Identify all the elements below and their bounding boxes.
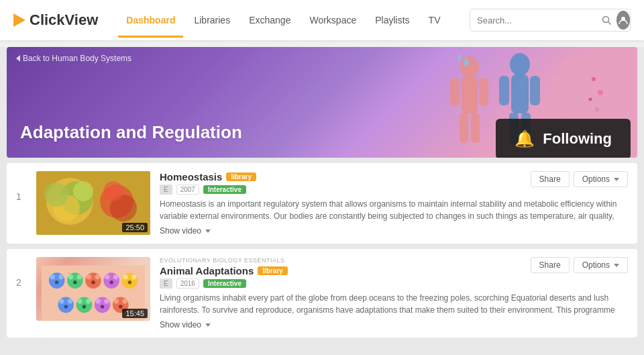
show-video-btn-2[interactable]: Show video xyxy=(160,320,628,329)
svg-point-11 xyxy=(510,53,530,76)
item-actions-2: Share Options xyxy=(531,257,628,273)
search-input[interactable] xyxy=(470,9,596,31)
chevron-down-icon-2 xyxy=(205,323,211,327)
back-text: Back to Human Body Systems xyxy=(23,54,131,63)
svg-point-10 xyxy=(458,54,462,61)
svg-point-63 xyxy=(77,299,82,303)
search-icon xyxy=(602,15,611,25)
nav-playlists[interactable]: Playlists xyxy=(367,9,417,31)
desc-text-2: Living organisms inhabit every part of t… xyxy=(160,293,615,316)
year-badge-2: 2016 xyxy=(176,278,199,289)
svg-line-1 xyxy=(608,22,611,25)
video-item-2: 2 xyxy=(7,249,637,338)
svg-point-49 xyxy=(91,281,95,284)
chevron-down-icon-1 xyxy=(205,230,211,233)
svg-rect-8 xyxy=(471,113,480,143)
nav-dashboard[interactable]: Dashboard xyxy=(118,9,183,31)
svg-point-27 xyxy=(586,85,588,87)
svg-point-3 xyxy=(460,56,479,78)
interactive-badge-2: Interactive xyxy=(203,279,246,288)
svg-point-72 xyxy=(122,299,127,303)
svg-point-71 xyxy=(114,299,119,303)
content-list: 1 25:50 xyxy=(0,158,644,355)
following-badge[interactable]: 🔔 Following xyxy=(496,119,631,158)
search-button[interactable] xyxy=(596,9,616,31)
svg-point-67 xyxy=(96,299,101,303)
nav-libraries[interactable]: Libraries xyxy=(186,9,238,31)
badge-library-1: library xyxy=(226,172,256,181)
svg-point-43 xyxy=(68,274,73,279)
chevron-left-icon xyxy=(16,55,20,62)
svg-point-41 xyxy=(55,281,58,284)
svg-point-55 xyxy=(123,274,127,279)
show-video-label-1: Show video xyxy=(160,226,201,236)
rating-badge-1: E xyxy=(160,185,172,195)
svg-rect-4 xyxy=(462,77,478,113)
user-avatar[interactable] xyxy=(616,11,630,30)
interactive-badge-1: Interactive xyxy=(203,185,246,194)
svg-point-39 xyxy=(50,274,55,279)
item-actions-1: Share Options xyxy=(531,171,628,187)
rating-badge-2: E xyxy=(160,278,172,289)
share-button-2[interactable]: Share xyxy=(531,257,570,273)
svg-rect-12 xyxy=(511,74,529,113)
thumbnail-2[interactable]: 15:45 xyxy=(36,257,150,321)
svg-point-32 xyxy=(44,183,68,207)
svg-rect-14 xyxy=(530,76,540,105)
svg-point-60 xyxy=(68,299,72,303)
item-title-2: Animal Adaptations xyxy=(160,265,254,276)
show-video-btn-1[interactable]: Show video xyxy=(160,226,628,236)
svg-point-48 xyxy=(95,274,100,279)
logo-triangle-icon xyxy=(13,13,25,27)
svg-rect-19 xyxy=(551,77,560,105)
svg-point-17 xyxy=(561,57,580,77)
svg-point-65 xyxy=(83,305,86,308)
bell-icon: 🔔 xyxy=(515,130,535,148)
duration-1: 25:50 xyxy=(122,223,148,232)
svg-point-25 xyxy=(589,97,592,101)
svg-point-68 xyxy=(104,299,109,303)
svg-rect-20 xyxy=(580,77,589,105)
svg-rect-6 xyxy=(479,78,488,106)
options-chevron-1 xyxy=(614,178,619,181)
svg-point-51 xyxy=(105,274,109,279)
logo[interactable]: ClickView xyxy=(13,11,98,29)
thumbnail-1[interactable]: 25:50 xyxy=(36,171,150,235)
year-badge-1: 2007 xyxy=(176,185,199,195)
duration-2: 15:45 xyxy=(122,309,148,318)
nav-tv[interactable]: TV xyxy=(421,9,449,31)
back-link[interactable]: Back to Human Body Systems xyxy=(16,54,131,63)
svg-point-33 xyxy=(73,181,93,201)
badge-library-2: library xyxy=(258,266,288,275)
svg-rect-18 xyxy=(562,76,578,112)
svg-point-64 xyxy=(86,299,91,303)
share-button-1[interactable]: Share xyxy=(531,171,570,187)
options-button-1[interactable]: Options xyxy=(574,171,628,187)
svg-point-59 xyxy=(59,299,64,303)
svg-point-45 xyxy=(73,281,76,284)
svg-point-56 xyxy=(131,274,136,279)
svg-point-57 xyxy=(128,281,131,284)
item-title-1: Homeostasis xyxy=(160,171,222,183)
svg-point-73 xyxy=(119,305,122,308)
svg-point-53 xyxy=(109,281,113,284)
item-desc-1: Homeostasis is an important regulatory s… xyxy=(160,198,628,222)
item-number-2: 2 xyxy=(16,257,27,288)
nav-exchange[interactable]: Exchange xyxy=(241,9,299,31)
user-icon xyxy=(619,15,628,25)
svg-point-9 xyxy=(464,58,469,66)
following-label: Following xyxy=(543,130,612,148)
svg-point-52 xyxy=(113,274,118,279)
logo-text: ClickView xyxy=(30,11,98,29)
svg-point-40 xyxy=(58,274,63,279)
svg-point-47 xyxy=(87,274,91,279)
svg-point-23 xyxy=(592,77,596,81)
options-button-2[interactable]: Options xyxy=(574,257,628,273)
nav-workspace[interactable]: Workspace xyxy=(301,9,364,31)
svg-point-69 xyxy=(101,305,104,308)
svg-rect-13 xyxy=(499,76,509,105)
svg-rect-7 xyxy=(460,113,468,143)
hero-title: Adaptation and Regulation xyxy=(20,122,242,143)
header: ClickView Dashboard Libraries Exchange W… xyxy=(0,0,644,40)
svg-point-36 xyxy=(103,181,123,201)
